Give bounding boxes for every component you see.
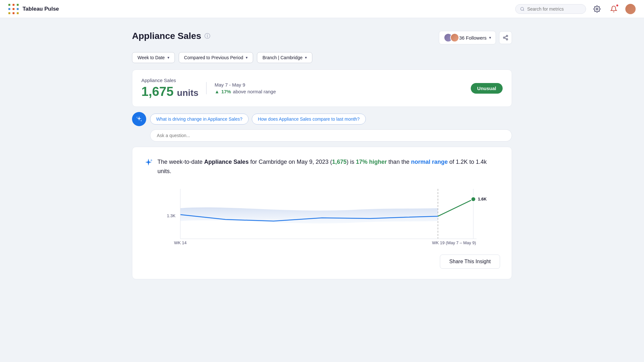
insight-value: 1,675	[332, 159, 346, 165]
chart-area: 1.3K 1.6K WK 14 WK 19 (May 7 – May 9)	[144, 182, 500, 248]
info-icon[interactable]: ⓘ	[204, 32, 210, 40]
chart-data-label: 1.6K	[478, 197, 487, 201]
notification-dot	[616, 4, 619, 7]
gear-icon	[593, 5, 601, 13]
header: Tableau Pulse	[0, 0, 644, 18]
insight-change: 17% higher	[356, 159, 387, 165]
svg-point-14	[506, 39, 508, 40]
chevron-down-icon: ▾	[246, 55, 248, 60]
change-direction: above normal range	[233, 89, 276, 94]
chevron-down-icon: ▾	[489, 35, 491, 40]
tableau-logo-icon	[8, 3, 19, 15]
chart-y-label: 1.3K	[167, 213, 175, 218]
followers-count: 36 Followers	[459, 35, 487, 41]
share-insight-button[interactable]: Share This Insight	[440, 255, 500, 269]
page-header: Appliance Sales ⓘ 36 Followers ▾	[132, 31, 512, 44]
metric-label: Appliance Sales	[141, 78, 198, 83]
ai-row: What is driving change in Appliance Sale…	[132, 112, 512, 126]
svg-point-13	[503, 37, 505, 39]
svg-point-11	[596, 8, 598, 10]
metric-card: Appliance Sales 1,675 units May 7 - May …	[132, 70, 512, 107]
search-icon	[520, 6, 525, 12]
svg-rect-1	[13, 8, 14, 10]
header-right	[515, 3, 636, 15]
filters-row: Week to Date ▾ Compared to Previous Peri…	[132, 52, 512, 63]
settings-button[interactable]	[591, 3, 603, 15]
metric-date-info: May 7 - May 9 ▲ 17% above normal range	[214, 82, 276, 94]
search-input[interactable]	[527, 6, 581, 12]
ask-input[interactable]	[150, 129, 512, 142]
metric-date-range: May 7 - May 9 ▲ 17% above normal range	[206, 82, 276, 94]
ask-input-wrap	[150, 129, 512, 142]
filter-branch-button[interactable]: Branch | Cambridge ▾	[257, 52, 312, 63]
follower-avatars	[444, 33, 457, 42]
suggested-q1-button[interactable]: What is driving change in Appliance Sale…	[150, 114, 249, 125]
change-indicator: ▲ 17% above normal range	[214, 89, 276, 94]
filter-period-button[interactable]: Week to Date ▾	[132, 52, 175, 63]
share-button[interactable]	[499, 31, 512, 44]
filter-comparison-label: Compared to Previous Period	[184, 55, 243, 60]
date-label: May 7 - May 9	[214, 82, 276, 88]
notification-button[interactable]	[608, 3, 620, 15]
share-insight-row: Share This Insight	[144, 255, 500, 269]
insight-range-label: normal range	[411, 159, 448, 165]
insight-text: The week-to-date Appliance Sales for Cam…	[157, 157, 500, 176]
svg-rect-2	[13, 12, 14, 14]
svg-rect-5	[8, 4, 10, 6]
up-arrow-icon: ▲	[214, 89, 219, 94]
svg-point-9	[521, 7, 524, 10]
share-icon	[503, 35, 508, 41]
svg-rect-0	[13, 4, 14, 6]
svg-line-16	[505, 36, 506, 37]
svg-rect-3	[8, 8, 10, 10]
svg-rect-6	[17, 4, 19, 6]
chevron-down-icon: ▾	[305, 55, 307, 60]
unusual-badge: Unusual	[471, 83, 503, 94]
user-avatar[interactable]	[625, 3, 636, 15]
change-percent: 17%	[221, 89, 231, 94]
logo-area: Tableau Pulse	[8, 3, 59, 15]
chart-x-label-left: WK 14	[174, 240, 186, 245]
svg-point-19	[471, 197, 476, 201]
chart-x-label-right: WK 19 (May 7 – May 9)	[432, 240, 476, 245]
followers-button[interactable]: 36 Followers ▾	[439, 31, 496, 44]
page-title-area: Appliance Sales ⓘ	[132, 31, 210, 41]
main-content: Appliance Sales ⓘ 36 Followers ▾	[113, 18, 531, 292]
filter-branch-label: Branch | Cambridge	[262, 55, 302, 60]
metric-value: 1,675	[141, 84, 174, 98]
svg-line-15	[505, 38, 506, 39]
svg-rect-7	[8, 12, 10, 14]
search-box[interactable]	[515, 4, 586, 14]
metric-info: Appliance Sales 1,675 units	[141, 78, 198, 99]
chart-svg: 1.3K 1.6K WK 14 WK 19 (May 7 – May 9)	[144, 182, 500, 247]
svg-point-12	[506, 35, 508, 37]
metric-main: Appliance Sales 1,675 units May 7 - May …	[141, 78, 276, 99]
page-title: Appliance Sales	[132, 31, 201, 41]
filter-comparison-button[interactable]: Compared to Previous Period ▾	[179, 52, 253, 63]
insight-metric-name: Appliance Sales	[204, 159, 249, 165]
insight-card: The week-to-date Appliance Sales for Cam…	[132, 147, 512, 279]
svg-rect-8	[17, 12, 19, 14]
svg-line-10	[523, 10, 524, 11]
metric-unit: units	[177, 88, 199, 98]
svg-rect-4	[17, 8, 19, 10]
followers-area: 36 Followers ▾	[439, 31, 512, 44]
chevron-down-icon: ▾	[167, 55, 169, 60]
suggested-q2-button[interactable]: How does Appliance Sales compare to last…	[252, 114, 366, 125]
insight-header: The week-to-date Appliance Sales for Cam…	[144, 157, 500, 176]
filter-period-label: Week to Date	[137, 55, 165, 60]
ai-sparkle-button[interactable]	[132, 112, 146, 126]
insight-sparkle-icon	[144, 158, 153, 167]
metric-value-row: 1,675 units	[141, 84, 198, 99]
sparkle-icon	[136, 116, 143, 123]
suggested-questions: What is driving change in Appliance Sale…	[150, 114, 366, 125]
follower-avatar-2	[450, 33, 459, 42]
ai-area: What is driving change in Appliance Sale…	[132, 112, 512, 142]
logo-text: Tableau Pulse	[23, 6, 59, 12]
